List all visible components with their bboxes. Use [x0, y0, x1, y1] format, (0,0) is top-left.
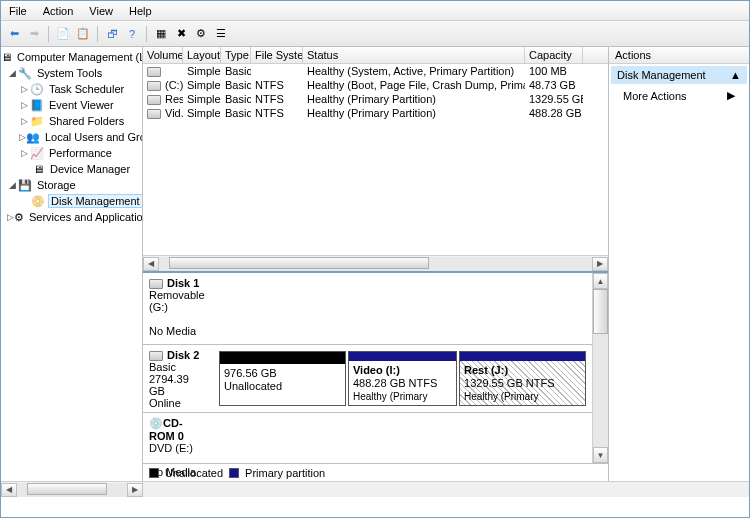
- disk-row[interactable]: 💿CD-ROM 0 DVD (E:) No Media: [143, 413, 592, 463]
- tree-shfold[interactable]: ▷📁Shared Folders: [1, 113, 142, 129]
- col-status[interactable]: Status: [303, 47, 525, 63]
- volume-icon: [147, 95, 161, 105]
- disk2-size: 2794.39 GB: [149, 373, 189, 397]
- tree-pane: 🖥Computer Management (Local ◢🔧System Too…: [1, 47, 143, 481]
- disk1-nomedia: No Media: [149, 325, 196, 337]
- show-hide-icon[interactable]: 📄: [54, 25, 72, 43]
- legend-swatch-primary: [229, 468, 239, 478]
- disk2-state: Online: [149, 397, 181, 409]
- tree-systools[interactable]: ◢🔧System Tools: [1, 65, 142, 81]
- volume-icon: [147, 81, 161, 91]
- partition-video[interactable]: Video (I:)488.28 GB NTFSHealthy (Primary…: [348, 351, 457, 406]
- tree-devmgr[interactable]: 🖥Device Manager: [1, 161, 142, 177]
- collapse-icon: ▲: [730, 69, 741, 81]
- table-row[interactable]: Vid... SimpleBasicNTFSHealthy (Primary P…: [143, 106, 608, 120]
- forward-icon[interactable]: ➡: [25, 25, 43, 43]
- toolbar: ⬅ ➡ 📄 📋 🗗 ? ▦ ✖ ⚙ ☰: [1, 21, 749, 47]
- remove-icon[interactable]: ✖: [172, 25, 190, 43]
- scroll-left-icon[interactable]: ◀: [1, 483, 17, 497]
- col-capacity[interactable]: Capacity: [525, 47, 583, 63]
- tree-lusers[interactable]: ▷👥Local Users and Groups: [1, 129, 142, 145]
- partition-rest[interactable]: Rest (J:)1329.55 GB NTFSHealthy (Primary…: [459, 351, 586, 406]
- scroll-thumb[interactable]: [169, 257, 429, 269]
- actions-diskmgmt[interactable]: Disk Management▲: [611, 66, 747, 84]
- tree-svcapps[interactable]: ▷⚙Services and Applications: [1, 209, 142, 225]
- v-scrollbar[interactable]: ▲ ▼: [592, 273, 608, 463]
- disk-icon: [149, 279, 163, 289]
- chevron-right-icon: ▶: [727, 89, 735, 102]
- table-row[interactable]: Rest... SimpleBasicNTFSHealthy (Primary …: [143, 92, 608, 106]
- col-layout[interactable]: Layout: [183, 47, 221, 63]
- properties-icon[interactable]: 📋: [74, 25, 92, 43]
- legend-label: Primary partition: [245, 467, 325, 479]
- scroll-right-icon[interactable]: ▶: [127, 483, 143, 497]
- graphical-view: Disk 1 Removable (G:) No Media Disk 2 Ba…: [143, 271, 608, 481]
- disk1-type: Removable (G:): [149, 289, 205, 313]
- scroll-thumb[interactable]: [593, 289, 608, 334]
- help-icon[interactable]: ?: [123, 25, 141, 43]
- back-icon[interactable]: ⬅: [5, 25, 23, 43]
- legend: Unallocated Primary partition: [143, 463, 608, 481]
- menu-file[interactable]: File: [1, 3, 35, 19]
- tree-storage[interactable]: ◢💾Storage: [1, 177, 142, 193]
- disk-row[interactable]: Disk 1 Removable (G:) No Media: [143, 273, 592, 345]
- volume-icon: [147, 109, 161, 119]
- mid-pane: Volume Layout Type File System Status Ca…: [143, 47, 609, 481]
- actions-pane: Actions Disk Management▲ More Actions▶: [609, 47, 749, 481]
- tree-evview[interactable]: ▷📘Event Viewer: [1, 97, 142, 113]
- scroll-right-icon[interactable]: ▶: [592, 257, 608, 271]
- tree-h-scrollbar[interactable]: ◀ ▶: [1, 481, 749, 497]
- menu-help[interactable]: Help: [121, 3, 160, 19]
- volume-icon: [147, 67, 161, 77]
- legend-label: Unallocated: [165, 467, 223, 479]
- scroll-down-icon[interactable]: ▼: [593, 447, 608, 463]
- actions-more[interactable]: More Actions▶: [609, 86, 749, 105]
- refresh-icon[interactable]: 🗗: [103, 25, 121, 43]
- settings-icon[interactable]: ⚙: [192, 25, 210, 43]
- volume-list: SimpleBasicHealthy (System, Active, Prim…: [143, 64, 608, 255]
- col-volume[interactable]: Volume: [143, 47, 183, 63]
- h-scrollbar[interactable]: ◀ ▶: [143, 255, 608, 271]
- menu-action[interactable]: Action: [35, 3, 82, 19]
- tree-root[interactable]: 🖥Computer Management (Local: [1, 49, 142, 65]
- scroll-thumb[interactable]: [27, 483, 107, 495]
- list-icon[interactable]: ☰: [212, 25, 230, 43]
- cdrom-sub: DVD (E:): [149, 442, 193, 454]
- partition-unallocated[interactable]: 976.56 GBUnallocated: [219, 351, 346, 406]
- cdrom-icon: 💿: [149, 417, 163, 429]
- disk-row[interactable]: Disk 2 Basic 2794.39 GB Online 976.56 GB…: [143, 345, 592, 413]
- table-row[interactable]: SimpleBasicHealthy (System, Active, Prim…: [143, 64, 608, 78]
- tree-perf[interactable]: ▷📈Performance: [1, 145, 142, 161]
- table-row[interactable]: (C:) SimpleBasicNTFSHealthy (Boot, Page …: [143, 78, 608, 92]
- tree-diskmgmt[interactable]: 📀Disk Management: [1, 193, 142, 209]
- menu-view[interactable]: View: [81, 3, 121, 19]
- col-fs[interactable]: File System: [251, 47, 303, 63]
- scroll-up-icon[interactable]: ▲: [593, 273, 608, 289]
- menubar: File Action View Help: [1, 1, 749, 21]
- actions-header: Actions: [609, 47, 749, 64]
- list-header: Volume Layout Type File System Status Ca…: [143, 47, 608, 64]
- scroll-left-icon[interactable]: ◀: [143, 257, 159, 271]
- action1-icon[interactable]: ▦: [152, 25, 170, 43]
- legend-swatch-unalloc: [149, 468, 159, 478]
- col-type[interactable]: Type: [221, 47, 251, 63]
- disk2-type: Basic: [149, 361, 176, 373]
- tree-tasksched[interactable]: ▷🕒Task Scheduler: [1, 81, 142, 97]
- disk-icon: [149, 351, 163, 361]
